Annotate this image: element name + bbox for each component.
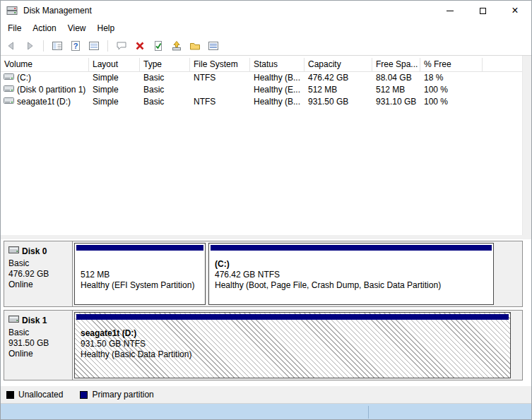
disk-size: 931.50 GB [8,338,68,349]
column-header-layout[interactable]: Layout [89,58,140,71]
column-header-capacity[interactable]: Capacity [305,58,372,71]
minimize-button[interactable] [434,1,466,20]
file-system-cell: NTFS [190,72,250,84]
disk-icon [8,246,19,256]
window-title: Disk Management [23,6,92,16]
free-space-cell: 88.04 GB [372,72,420,84]
disk-icon [8,315,19,325]
menu-help[interactable]: Help [92,22,121,35]
volume-icon [4,96,14,108]
legend-label: Unallocated [18,390,63,400]
volume-icon [4,72,14,84]
disk-0-row: Disk 0 Basic 476.92 GB Online 512 MB Hea… [4,241,523,307]
legend-primary-partition: Primary partition [80,390,153,400]
partition-c-drive[interactable]: (C:) 476.42 GB NTFS Healthy (Boot, Page … [208,243,494,305]
list-view-icon[interactable] [206,38,221,54]
column-header-type[interactable]: Type [140,58,190,71]
table-row[interactable]: seagate1t (D:) Simple Basic NTFS Healthy… [1,96,522,108]
window-controls: × [434,1,531,20]
column-header-free-space[interactable]: Free Spa... [372,58,420,71]
column-header-pct-free[interactable]: % Free [420,58,483,71]
status-cell: Healthy (B... [250,96,305,108]
delete-volume-icon[interactable] [132,38,148,54]
disk-1-info[interactable]: Disk 1 Basic 931.50 GB Online [4,311,73,380]
volume-cell: seagate1t (D:) [1,96,89,108]
layout-cell: Simple [89,72,140,84]
partition-efi-system[interactable]: 512 MB Healthy (EFI System Partition) [74,243,206,305]
legend-label: Primary partition [92,390,153,400]
column-header-filler [483,58,522,71]
console-tree-icon[interactable] [49,38,65,54]
back-arrow-icon[interactable] [4,38,19,54]
maximize-icon [480,8,486,14]
help-icon[interactable]: ? [68,38,83,54]
close-icon: × [512,5,518,16]
vertical-scrollbar[interactable] [522,56,531,235]
folder-icon[interactable] [187,38,203,54]
table-row[interactable]: (Disk 0 partition 1) Simple Basic Health… [1,84,522,96]
volume-cell: (C:) [1,72,89,84]
free-space-cell: 931.10 GB [372,96,420,108]
partition-status: Healthy (EFI System Partition) [81,280,199,291]
partition-size: 476.42 GB NTFS [215,270,487,280]
volume-list-pane: Volume Layout Type File System Status Ca… [1,56,531,235]
disk-0-partitions: 512 MB Healthy (EFI System Partition) (C… [73,241,522,306]
file-system-cell: NTFS [190,96,250,108]
menu-action[interactable]: Action [27,22,61,35]
svg-text:?: ? [73,42,78,50]
column-header-volume[interactable]: Volume [1,58,89,71]
volume-icon [4,84,14,96]
primary-partition-strip [211,245,492,251]
volume-name: seagate1t (D:) [17,96,71,108]
pct-free-cell: 100 % [420,96,483,108]
up-arrow-icon[interactable] [169,38,184,54]
check-document-icon[interactable] [150,38,166,54]
capacity-cell: 512 MB [305,84,372,96]
free-space-cell: 512 MB [372,84,420,96]
layout-cell: Simple [89,96,140,108]
column-header-status[interactable]: Status [250,58,305,71]
volume-name: (Disk 0 partition 1) [17,84,85,96]
legend-bar: Unallocated Primary partition [1,386,531,403]
primary-partition-strip [76,245,203,251]
disk-name: Disk 1 [22,316,47,325]
action-pane-icon[interactable] [114,38,129,54]
menu-view[interactable]: View [62,22,92,35]
toolbar: ? [1,36,531,56]
partition-label: (C:) [215,259,487,270]
partition-status: Healthy (Basic Data Partition) [81,349,504,360]
disk-type: Basic [8,258,68,269]
volume-name: (C:) [17,72,31,84]
column-header-file-system[interactable]: File System [190,58,250,71]
disk-management-app-icon [6,5,18,16]
maximize-button[interactable] [466,1,499,20]
capacity-cell: 476.42 GB [305,72,372,84]
disk-0-info[interactable]: Disk 0 Basic 476.92 GB Online [4,241,73,306]
title-bar[interactable]: Disk Management × [1,1,531,20]
pct-free-cell: 100 % [420,84,483,96]
volume-cell: (Disk 0 partition 1) [1,84,89,96]
partition-label: seagate1t (D:) [81,328,504,339]
disk-type: Basic [8,328,68,338]
capacity-cell: 931.50 GB [305,96,372,108]
menu-file[interactable]: File [2,22,27,35]
status-cell: Healthy (E... [250,84,305,96]
disk-management-window: Disk Management × File Action View Help … [0,0,532,420]
forward-arrow-icon[interactable] [22,38,37,54]
partition-d-drive[interactable]: seagate1t (D:) 931.50 GB NTFS Healthy (B… [74,312,511,378]
file-system-cell [190,84,250,96]
type-cell: Basic [140,84,190,96]
unallocated-swatch-icon [6,391,14,399]
toolbar-separator [107,40,108,52]
primary-partition-strip [76,314,509,320]
partition-size: 512 MB [81,270,199,280]
status-cell: Healthy (B... [250,72,305,84]
table-row[interactable]: (C:) Simple Basic NTFS Healthy (B... 476… [1,72,522,84]
primary-partition-swatch-icon [80,391,88,399]
layout-cell: Simple [89,84,140,96]
partition-size: 931.50 GB NTFS [81,339,504,349]
partition-label [81,259,199,270]
export-list-icon[interactable] [86,38,102,54]
legend-unallocated: Unallocated [6,390,63,400]
close-button[interactable]: × [499,1,531,20]
